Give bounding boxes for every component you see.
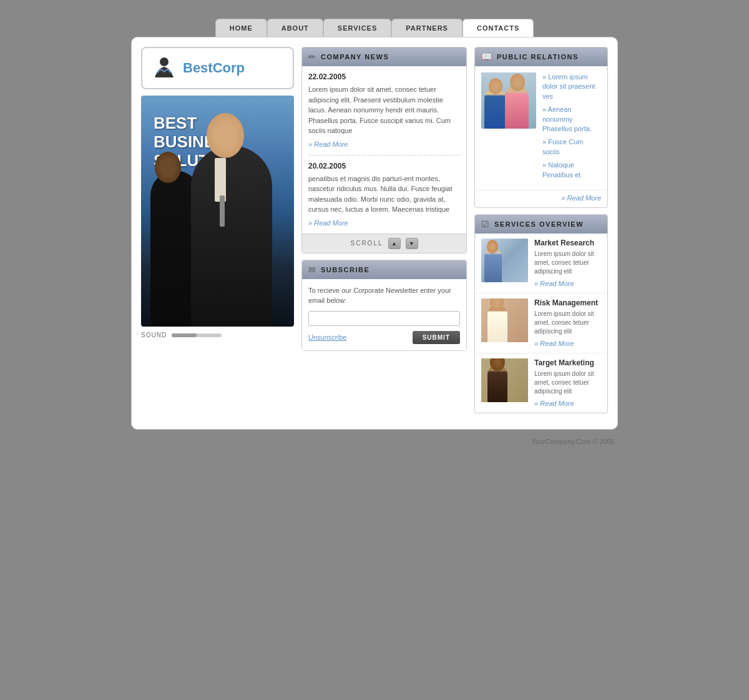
pr-links: Lorem ipsum dolor sit praesent ves Aenea… [542,72,601,184]
service-info-2: Risk Management Lorem ipsum dolor sit am… [534,298,601,348]
news-text-2: penatibus et magnis dis parturi-ent mont… [308,174,460,215]
right-column: 📖 PUBLIC RELATIONS Lorem ip [474,47,608,420]
pr-image [481,72,536,129]
pr-link-2[interactable]: Aenean nonummy Phasellus porta. [542,105,601,134]
pr-layout: Lorem ipsum dolor sit praesent ves Aenea… [475,66,607,190]
logo-icon [152,56,177,81]
footer-bar: YourCompany.Com © 2005 [131,433,618,445]
service-item-1: Market Research Lorem ipsum dolor sit am… [475,234,607,293]
company-news-section: ✏ COMPANY NEWS 22.02.2005 Lorem ipsum do… [301,47,467,254]
services-overview-section: ☑ SERVICES OVERVIEW [474,214,608,413]
subscribe-section: ✉ SUBSCRIBE To recieve our Corporate New… [301,260,467,351]
hero-image: BEST BUSINESS SOLUTIONS [141,96,294,327]
services-list: Market Research Lorem ipsum dolor sit am… [475,234,607,413]
pr-link-1[interactable]: Lorem ipsum dolor sit praesent ves [542,72,601,101]
nav-tab-partners[interactable]: PARTNERS [391,19,463,37]
nav-tab-about[interactable]: ABOUT [267,19,323,37]
news-read-more-1[interactable]: Read More [308,140,348,148]
public-relations-section: 📖 PUBLIC RELATIONS Lorem ip [474,47,608,208]
scroll-label: SCROLL [350,240,383,247]
news-divider [308,155,460,155]
pr-link-3[interactable]: Fusce Cum sociis [542,137,601,157]
subscribe-description: To recieve our Corporate Newsletter ente… [308,285,460,306]
pr-icon: 📖 [481,52,492,62]
pr-link-4[interactable]: Natoque Penatibus et [542,160,601,180]
company-news-title: COMPANY NEWS [321,53,389,61]
news-text-1: Lorem ipsum dolor sit amet, consec tetue… [308,84,460,136]
scroll-down-button[interactable]: ▼ [406,238,418,249]
service-read-more-3[interactable]: Read More [534,400,574,407]
news-date-2: 20.02.2005 [308,162,460,170]
company-news-content: 22.02.2005 Lorem ipsum dolor sit amet, c… [302,66,466,234]
service-info-3: Target Marketing Lorem ipsum dolor sit a… [534,358,601,408]
svg-point-0 [160,57,169,66]
left-column: BestCorp BEST BUSINESS SOLUTIONS [141,47,294,420]
subscribe-title: SUBSCRIBE [321,266,370,274]
service-image-3 [481,358,528,402]
public-relations-header: 📖 PUBLIC RELATIONS [475,47,607,66]
service-image-2 [481,298,528,342]
services-icon: ☑ [481,219,489,229]
news-date-1: 22.02.2005 [308,72,460,81]
service-desc-2: Lorem ipsum dolor sit amet, consec tetue… [534,310,601,336]
sound-fill [172,333,197,337]
scroll-bar-area: SCROLL ▲ ▼ [302,234,466,253]
service-item-3: Target Marketing Lorem ipsum dolor sit a… [475,353,607,413]
sound-track[interactable] [172,333,222,337]
logo-box: BestCorp [141,47,294,89]
service-info-1: Market Research Lorem ipsum dolor sit am… [534,239,601,288]
nav-bar: HOME ABOUT SERVICES PARTNERS CONTACTS [131,19,618,37]
service-title-2: Risk Management [534,298,601,307]
nav-tab-services[interactable]: SERVICES [323,19,391,37]
service-read-more-1[interactable]: Read More [534,280,574,287]
news-item-2: 20.02.2005 penatibus et magnis dis partu… [308,162,460,227]
main-container: BestCorp BEST BUSINESS SOLUTIONS [131,37,618,430]
news-icon: ✏ [308,52,316,62]
footer-copyright: YourCompany.Com © 2005 [532,438,615,445]
pr-read-more-link[interactable]: Read More [561,194,601,202]
pr-read-more: Read More [475,190,607,207]
service-read-more-2[interactable]: Read More [534,340,574,347]
email-input[interactable] [308,311,460,326]
unsubscribe-link[interactable]: Unsunscribe [308,333,346,341]
email-icon: ✉ [308,265,316,275]
service-desc-3: Lorem ipsum dolor sit amet, consec tetue… [534,370,601,396]
subscribe-content: To recieve our Corporate Newsletter ente… [302,279,466,350]
submit-button[interactable]: SUBMIT [413,331,460,344]
logo-text: BestCorp [183,60,245,76]
service-desc-1: Lorem ipsum dolor sit amet, consec tetue… [534,250,601,276]
scroll-up-button[interactable]: ▲ [388,238,401,249]
middle-column: ✏ COMPANY NEWS 22.02.2005 Lorem ipsum do… [301,47,467,420]
sound-label: SOUND [141,332,167,338]
nav-tab-home[interactable]: HOME [215,19,267,37]
services-overview-title: SERVICES OVERVIEW [494,220,584,228]
service-title-1: Market Research [534,239,601,247]
services-overview-header: ☑ SERVICES OVERVIEW [475,215,607,234]
service-item-2: Risk Management Lorem ipsum dolor sit am… [475,293,607,353]
news-read-more-2[interactable]: Read More [308,219,348,227]
company-news-header: ✏ COMPANY NEWS [302,47,466,66]
service-title-3: Target Marketing [534,358,601,367]
news-item-1: 22.02.2005 Lorem ipsum dolor sit amet, c… [308,72,460,149]
nav-tab-contacts[interactable]: CONTACTS [463,19,534,37]
public-relations-title: PUBLIC RELATIONS [497,53,579,61]
subscribe-actions: Unsunscribe SUBMIT [308,331,460,344]
service-image-1 [481,239,528,282]
sound-bar: SOUND [141,332,294,338]
subscribe-header: ✉ SUBSCRIBE [302,260,466,279]
